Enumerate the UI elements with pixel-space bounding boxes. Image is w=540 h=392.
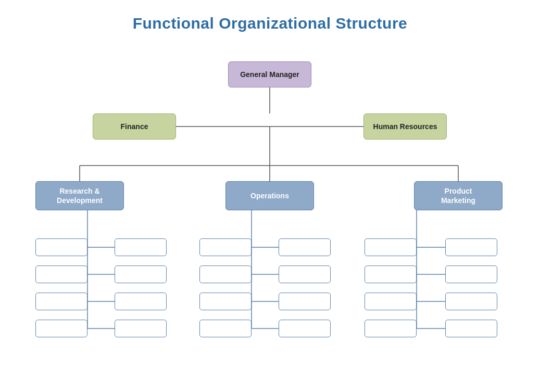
rd-box: Research & Development (35, 181, 124, 210)
ops-sub-right-3 (279, 293, 331, 310)
rd-sub-right-4 (115, 320, 167, 337)
ops-sub-left-2 (199, 265, 252, 283)
ops-sub-left-1 (199, 238, 252, 256)
rd-sub-right-3 (115, 293, 167, 310)
pm-box: Product Marketing (414, 181, 503, 210)
pm-sub-right-4 (445, 320, 497, 337)
hr-box: Human Resources (363, 113, 447, 140)
ops-sub-right-2 (279, 265, 331, 283)
rd-sub-left-3 (35, 293, 87, 310)
rd-sub-right-1 (115, 238, 167, 256)
pm-sub-right-3 (445, 293, 497, 310)
ops-box: Operations (225, 181, 314, 210)
pm-sub-left-4 (365, 320, 417, 337)
rd-sub-left-4 (35, 320, 87, 337)
pm-sub-right-2 (445, 265, 497, 283)
rd-sub-left-1 (35, 238, 87, 256)
pm-sub-left-2 (365, 265, 417, 283)
rd-sub-right-2 (115, 265, 167, 283)
ops-sub-left-4 (199, 320, 252, 337)
pm-sub-left-1 (365, 238, 417, 256)
ops-sub-right-1 (279, 238, 331, 256)
general-manager-box: General Manager (228, 61, 311, 87)
pm-sub-right-1 (445, 238, 497, 256)
rd-sub-left-2 (35, 265, 87, 283)
finance-box: Finance (93, 113, 176, 140)
pm-sub-left-3 (365, 293, 417, 310)
ops-sub-right-4 (279, 320, 331, 337)
ops-sub-left-3 (199, 293, 252, 310)
page-title: Functional Organizational Structure (0, 0, 540, 32)
page: Functional Organizational Structure (0, 0, 540, 392)
